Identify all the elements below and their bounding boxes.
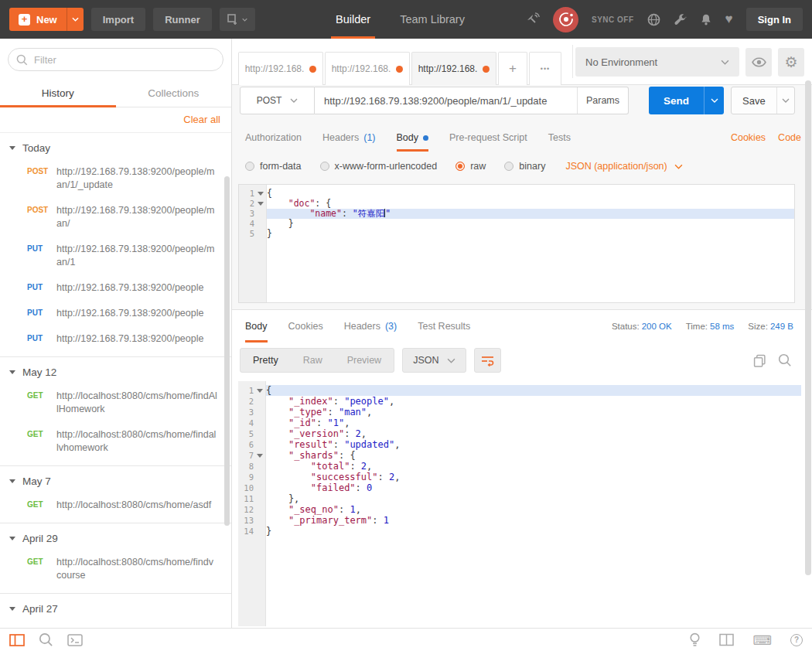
history-url: http://192.168.79.138:9200/people xyxy=(56,332,223,346)
search-everywhere-icon[interactable] xyxy=(39,632,53,647)
response-tab-cookies[interactable]: Cookies xyxy=(288,310,323,343)
sidebar-tab-history[interactable]: History xyxy=(0,80,116,107)
code-token xyxy=(266,407,288,418)
nav-tab-builder[interactable]: Builder xyxy=(331,0,375,39)
history-group-header[interactable]: May 12 xyxy=(0,357,231,383)
cookies-link[interactable]: Cookies xyxy=(731,132,766,143)
sign-in-button[interactable]: Sign In xyxy=(746,8,803,31)
request-tab-authorization[interactable]: Authorization xyxy=(245,124,302,152)
request-url-tab-label: http://192.168. xyxy=(245,63,305,74)
request-url-tab[interactable]: http://192.168. xyxy=(325,52,410,85)
lightbulb-icon[interactable] xyxy=(689,632,701,647)
main-scrollbar[interactable] xyxy=(805,80,811,575)
help-icon[interactable]: ? xyxy=(790,634,803,646)
new-tab-button[interactable]: + xyxy=(498,52,527,85)
send-button[interactable]: Send xyxy=(649,87,724,114)
history-group-header[interactable]: April 27 xyxy=(0,594,231,620)
fold-arrow-icon[interactable] xyxy=(254,199,267,209)
runner-button[interactable]: Runner xyxy=(153,8,212,31)
history-url: http://localhost:8080/cms/home/asdf xyxy=(56,499,223,512)
view-mode-raw[interactable]: Raw xyxy=(291,349,335,372)
history-item[interactable]: GEThttp://localhost:8080/cms/home/asdf xyxy=(0,493,231,518)
request-tab-pre-request-script[interactable]: Pre-request Script xyxy=(449,124,527,152)
new-dropdown-arrow[interactable] xyxy=(67,8,84,31)
satellite-icon[interactable] xyxy=(525,12,540,27)
history-item[interactable]: POSThttp://localhost:8080/cms/login/dol xyxy=(0,620,231,628)
response-tab-headers[interactable]: Headers(3) xyxy=(344,310,397,343)
more-tabs-button[interactable]: ••• xyxy=(529,52,561,85)
history-group-header[interactable]: Today xyxy=(0,133,231,159)
fold-arrow-icon[interactable] xyxy=(254,450,266,461)
history-group-header[interactable]: May 7 xyxy=(0,466,231,493)
console-icon[interactable] xyxy=(67,634,83,646)
history-item[interactable]: GEThttp://localhost:8080/cms/home/findAl… xyxy=(0,383,231,422)
environment-select[interactable]: No Environment xyxy=(575,47,739,77)
response-tab-test-results[interactable]: Test Results xyxy=(418,310,470,343)
new-button-main[interactable]: + New xyxy=(9,8,67,31)
collapse-arrow-icon xyxy=(9,146,15,150)
request-tab-body[interactable]: Body xyxy=(397,124,429,152)
body-mode-binary[interactable]: binary xyxy=(504,161,545,172)
response-tab-body[interactable]: Body xyxy=(245,310,268,343)
url-input[interactable]: http://192.168.79.138:9200/people/man/1/… xyxy=(315,87,577,114)
body-mode-form-data[interactable]: form-data xyxy=(245,161,302,172)
body-mode-x-www-form-urlencoded[interactable]: x-www-form-urlencoded xyxy=(320,161,438,172)
settings-button[interactable]: ⚙ xyxy=(778,48,804,77)
fold-arrow-icon[interactable] xyxy=(254,189,267,199)
clear-all-link[interactable]: Clear all xyxy=(183,114,220,125)
method-badge: PUT xyxy=(27,332,55,346)
response-body-editor[interactable]: 1{2 "_index": "people",3 "_type": "man",… xyxy=(238,381,801,626)
request-tab-tests[interactable]: Tests xyxy=(548,124,571,152)
response-tab-label: Headers xyxy=(344,321,380,332)
fold-arrow-icon[interactable] xyxy=(254,385,266,396)
content-type-select[interactable]: JSON (application/json) xyxy=(565,161,682,172)
two-pane-layout-icon[interactable] xyxy=(719,633,734,646)
history-item[interactable]: POSThttp://192.168.79.138:9200/people/ma… xyxy=(0,198,231,237)
send-dropdown-arrow[interactable] xyxy=(704,87,724,114)
sidebar-scrollbar[interactable] xyxy=(224,176,230,526)
request-tab-headers[interactable]: Headers(1) xyxy=(322,124,376,152)
environment-preview-button[interactable] xyxy=(745,48,772,77)
sidebar-tab-collections[interactable]: Collections xyxy=(116,80,232,107)
history-group-header[interactable]: April 29 xyxy=(0,523,231,550)
chevron-down-icon xyxy=(447,358,455,363)
method-select[interactable]: POST xyxy=(240,87,315,114)
history-item[interactable]: GEThttp://localhost:8080/cms/home/findal… xyxy=(0,422,231,461)
request-body-editor[interactable]: 1{2 "doc": {3 "name": "符嘉阳"4 }5} xyxy=(238,184,795,303)
save-dropdown-arrow[interactable] xyxy=(776,87,794,114)
history-item[interactable]: PUThttp://192.168.79.138:9200/people xyxy=(0,275,231,301)
history-item[interactable]: GEThttp://localhost:8080/cms/home/findvc… xyxy=(0,550,231,588)
copy-icon[interactable] xyxy=(753,354,766,367)
fold-triangle xyxy=(257,454,263,458)
collapse-arrow-icon xyxy=(9,370,15,374)
history-item[interactable]: POSThttp://192.168.79.138:9200/people/ma… xyxy=(0,159,231,198)
request-url-tab[interactable]: http://192.168. xyxy=(411,52,496,85)
nav-tab-team-library[interactable]: Team Library xyxy=(395,0,469,39)
keyboard-shortcuts-icon[interactable]: ⌨ xyxy=(752,632,772,648)
code-link[interactable]: Code xyxy=(778,132,801,143)
view-mode-pretty[interactable]: Pretty xyxy=(241,349,291,372)
bell-icon[interactable] xyxy=(700,13,712,26)
sync-icon[interactable] xyxy=(553,7,578,32)
new-button[interactable]: + New xyxy=(9,8,84,31)
heart-icon[interactable]: ♥ xyxy=(725,12,733,27)
sidebar-toggle-icon[interactable] xyxy=(9,634,25,646)
format-select[interactable]: JSON xyxy=(402,348,466,373)
save-button[interactable]: Save xyxy=(731,87,795,114)
wrap-lines-button[interactable] xyxy=(474,348,501,373)
body-mode-raw[interactable]: raw xyxy=(455,161,486,172)
history-item[interactable]: PUThttp://192.168.79.138:9200/people/man… xyxy=(0,237,231,275)
request-url-tab[interactable]: http://192.168. xyxy=(238,52,323,85)
import-button[interactable]: Import xyxy=(91,8,145,31)
search-response-icon[interactable] xyxy=(778,353,792,367)
filter-input[interactable] xyxy=(34,54,215,66)
globe-icon[interactable] xyxy=(647,13,660,26)
view-mode-preview[interactable]: Preview xyxy=(335,349,394,372)
params-button[interactable]: Params xyxy=(577,87,628,114)
code-token: "successful" xyxy=(311,472,378,482)
history-item[interactable]: PUThttp://192.168.79.138:9200/people xyxy=(0,326,231,352)
workspace-button[interactable] xyxy=(220,8,255,31)
code-token: 1 xyxy=(384,515,389,526)
wrench-icon[interactable] xyxy=(674,13,687,26)
history-item[interactable]: PUThttp://192.168.79.138:9200/people xyxy=(0,301,231,326)
